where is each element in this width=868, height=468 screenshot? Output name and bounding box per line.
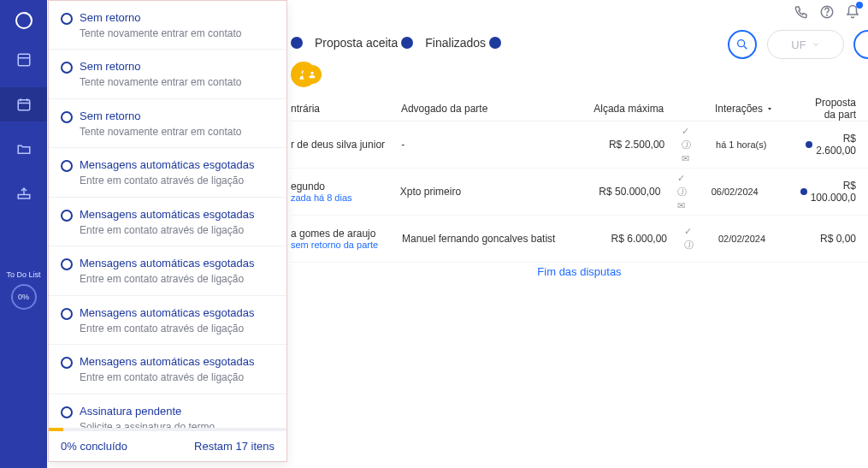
tab-label: Finalizados (425, 36, 486, 50)
tab-proposta-aceita[interactable]: Proposta aceita (315, 36, 413, 50)
nav-upload[interactable] (0, 176, 47, 210)
radio-icon[interactable] (61, 13, 73, 25)
todo-subtitle: Tente novamente entrar em contato (80, 76, 241, 90)
col-lawyer[interactable]: Advogado da parte (401, 103, 562, 115)
help-icon[interactable] (818, 3, 836, 21)
progress-complete-text: 0% concluído (61, 440, 127, 453)
tab-hidden[interactable] (291, 37, 303, 49)
lawyer-cell: - (401, 139, 563, 151)
bell-icon[interactable] (844, 3, 861, 21)
svg-marker-14 (768, 108, 771, 110)
todo-title: Mensagens automáticas esgotadas (80, 306, 255, 321)
nav-calendar[interactable] (0, 87, 47, 121)
max-cell: R$ 50.000,00 (559, 186, 677, 198)
todo-title: Sem retorno (80, 60, 241, 74)
party-name: r de deus silva junior (291, 139, 401, 151)
party-sub: sem retorno da parte (291, 240, 402, 250)
avatar[interactable] (291, 62, 316, 87)
j-icon: Ⓙ (684, 239, 694, 252)
todo-item[interactable]: Mensagens automáticas esgotadasEntre em … (49, 198, 286, 246)
todo-footer: 0% concluído Restam 17 itens (49, 431, 286, 461)
left-nav: To Do List 0% (0, 0, 47, 468)
svg-point-13 (310, 72, 313, 74)
progress-fill (49, 428, 63, 431)
todo-title: Assinatura pendente (80, 405, 215, 419)
svg-rect-1 (18, 54, 30, 66)
radio-icon[interactable] (61, 62, 73, 74)
table-row[interactable]: egundozada há 8 dias Xpto primeiro R$ 50… (291, 169, 868, 216)
lawyer-cell: Xpto primeiro (400, 186, 560, 198)
end-disputes-label: Fim das disputas (291, 265, 868, 278)
tab-label: Proposta aceita (315, 36, 398, 50)
progress-ring[interactable]: 0% (11, 284, 37, 310)
table-row[interactable]: r de deus silva junior - R$ 2.500,00 ✓Ⓙ✉… (291, 121, 868, 169)
progress-text: 0% (18, 293, 29, 301)
todo-scroll[interactable]: Sem retornoTente novamente entrar em con… (49, 1, 286, 428)
remaining-text: Restam 17 itens (194, 440, 275, 453)
radio-icon[interactable] (61, 258, 73, 270)
sort-desc-icon (766, 105, 773, 112)
tabs: Proposta aceita Finalizados (291, 36, 501, 50)
todo-title: Sem retorno (80, 110, 241, 124)
radio-icon[interactable] (61, 308, 73, 320)
avatar-row (291, 62, 316, 87)
check-icon: ✓ (677, 173, 685, 184)
todo-item[interactable]: Sem retornoTente novamente entrar em con… (49, 50, 286, 98)
todo-subtitle: Entre em contato através de ligação (80, 224, 255, 238)
radio-icon[interactable] (61, 210, 73, 222)
j-icon: Ⓙ (682, 139, 691, 151)
proposal-cell: R$ 100.000,0 (811, 180, 868, 204)
app-logo (12, 9, 36, 33)
inter-ts: há 1 hora(s) (716, 139, 816, 150)
max-cell: R$ 6.000,00 (564, 233, 684, 245)
svg-point-10 (738, 40, 745, 47)
party-name: a gomes de araujo (291, 228, 402, 240)
badge-icon (291, 37, 303, 49)
search-button[interactable] (728, 30, 757, 59)
inter-ts: 02/02/2024 (718, 234, 819, 244)
col-proposal[interactable]: Proposta da part (815, 97, 868, 121)
party-name: egundo (291, 181, 400, 193)
todo-subtitle: Solicite a assinatura do termo (80, 421, 215, 428)
todo-subtitle: Entre em contato através de ligação (80, 273, 255, 287)
radio-icon[interactable] (61, 357, 73, 369)
todo-title: Mensagens automáticas esgotadas (80, 208, 255, 222)
badge-icon (401, 37, 413, 49)
inter-dot (800, 188, 807, 195)
col-max[interactable]: Alçada máxima (562, 103, 681, 115)
radio-icon[interactable] (61, 160, 73, 172)
todo-item[interactable]: Sem retornoTente novamente entrar em con… (49, 1, 286, 50)
tab-finalizados[interactable]: Finalizados (425, 36, 501, 50)
nav-folder[interactable] (0, 132, 47, 166)
col-party[interactable]: ntrária (291, 103, 401, 115)
svg-point-9 (827, 15, 828, 15)
todo-title: Mensagens automáticas esgotadas (80, 355, 255, 370)
todo-item[interactable]: Sem retornoTente novamente entrar em con… (49, 99, 286, 148)
chevron-down-icon (812, 40, 820, 49)
todo-item[interactable]: Mensagens automáticas esgotadasEntre em … (49, 246, 286, 295)
todo-subtitle: Tente novamente entrar em contato (80, 126, 241, 139)
radio-icon[interactable] (61, 406, 73, 418)
todo-subtitle: Entre em contato através de ligação (80, 371, 255, 385)
col-interactions[interactable]: Interações (715, 103, 815, 115)
phone-icon[interactable] (793, 3, 810, 21)
radio-icon[interactable] (61, 111, 73, 123)
todo-item[interactable]: Assinatura pendenteSolicite a assinatura… (49, 394, 286, 428)
lawyer-cell: Manuel fernando goncalves batist (402, 233, 564, 245)
check-icon: ✓ (684, 226, 692, 237)
todo-label: To Do List (6, 270, 40, 279)
right-edge-button[interactable] (853, 30, 868, 59)
mail-icon: ✉ (677, 200, 685, 211)
todo-subtitle: Tente novamente entrar em contato (80, 27, 241, 41)
todo-item[interactable]: Mensagens automáticas esgotadasEntre em … (49, 148, 286, 197)
nav-dashboard[interactable] (0, 43, 47, 77)
header-right (793, 3, 861, 21)
todo-item[interactable]: Mensagens automáticas esgotadasEntre em … (49, 345, 286, 394)
todo-title: Sem retorno (80, 11, 241, 26)
table-row[interactable]: a gomes de araujosem retorno da parte Ma… (291, 216, 868, 263)
todo-panel: Sem retornoTente novamente entrar em con… (48, 0, 287, 462)
todo-progressbar (49, 428, 286, 431)
todo-item[interactable]: Mensagens automáticas esgotadasEntre em … (49, 296, 286, 345)
party-sub: zada há 8 dias (291, 193, 400, 203)
uf-select[interactable]: UF (767, 30, 844, 59)
